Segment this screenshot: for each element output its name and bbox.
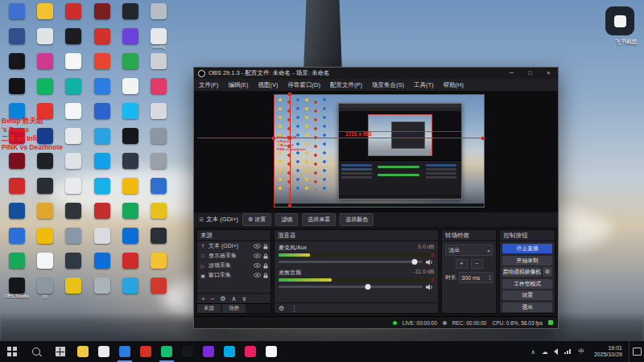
desktop-icon[interactable] bbox=[60, 128, 87, 153]
start-recording-button[interactable]: 开始录制 bbox=[502, 256, 552, 265]
mixer-footer-button[interactable]: ⚙ bbox=[279, 305, 284, 312]
source-row[interactable]: T 文本 (GDI+) bbox=[197, 241, 270, 251]
ime-indicator[interactable]: 中 bbox=[575, 341, 588, 362]
sources-toolbar-button[interactable]: ⚙ bbox=[220, 295, 225, 302]
desktop-icon[interactable]: config bbox=[146, 28, 172, 53]
desktop-icon[interactable] bbox=[117, 53, 143, 78]
menu-item[interactable]: 视图(V) bbox=[254, 81, 283, 89]
taskbar-app-button[interactable] bbox=[240, 341, 261, 362]
desktop-icon[interactable] bbox=[146, 103, 172, 128]
desktop-icon[interactable] bbox=[89, 278, 115, 302]
mixer-footer-button[interactable]: ⋮ bbox=[291, 305, 297, 312]
desktop-icon[interactable] bbox=[60, 28, 87, 53]
desktop-icon[interactable] bbox=[60, 278, 87, 302]
dock-tab[interactable]: 场景 bbox=[222, 304, 246, 313]
minimize-button[interactable]: ─ bbox=[502, 68, 521, 79]
desktop-icon[interactable] bbox=[31, 203, 58, 228]
desktop-icon[interactable]: OBS Studio bbox=[3, 278, 30, 302]
exit-button[interactable]: 退出 bbox=[502, 302, 552, 312]
desktop-icon[interactable] bbox=[3, 53, 30, 78]
desktop-icon[interactable] bbox=[117, 253, 143, 278]
desktop-icon[interactable] bbox=[89, 103, 115, 128]
volume-slider-knob[interactable] bbox=[411, 259, 417, 265]
spin-down-icon[interactable]: ▾ bbox=[489, 278, 490, 281]
search-button[interactable] bbox=[24, 341, 48, 362]
visibility-eye-icon[interactable] bbox=[254, 263, 261, 268]
desktop-icon[interactable] bbox=[146, 228, 172, 253]
desktop-icon[interactable] bbox=[89, 253, 115, 278]
desktop-icon[interactable] bbox=[3, 153, 30, 178]
desktop-icon[interactable] bbox=[60, 78, 87, 103]
visibility-eye-icon[interactable] bbox=[254, 244, 261, 249]
obs-titlebar[interactable]: OBS 29.1.3 - 配置文件: 未命名 - 场景: 未命名 ─ □ × bbox=[194, 68, 558, 79]
desktop-icon[interactable] bbox=[146, 178, 172, 203]
desktop-icon[interactable] bbox=[60, 228, 87, 253]
remove-transition-button[interactable]: − bbox=[471, 259, 483, 269]
transition-select[interactable]: 淡出 ▾ bbox=[445, 245, 493, 256]
stop-streaming-button[interactable]: 停止直播 bbox=[502, 244, 552, 253]
menu-item[interactable]: 帮助(H) bbox=[439, 81, 469, 89]
taskbar-app-button[interactable] bbox=[177, 341, 198, 362]
start-virtual-camera-button[interactable]: 启动虚拟摄像机 bbox=[502, 267, 541, 277]
desktop-icon[interactable] bbox=[31, 78, 58, 103]
desktop-icon[interactable] bbox=[146, 78, 172, 103]
studio-mode-button[interactable]: 工作室模式 bbox=[502, 279, 552, 289]
taskbar-app-button[interactable] bbox=[135, 341, 156, 362]
desktop-icon[interactable] bbox=[60, 253, 87, 278]
desktop-icon[interactable] bbox=[31, 228, 58, 253]
taskbar-app-button[interactable] bbox=[72, 341, 93, 362]
desktop-icon[interactable] bbox=[3, 78, 30, 103]
sources-toolbar-button[interactable]: − bbox=[211, 295, 215, 302]
selection-handle[interactable] bbox=[481, 137, 485, 140]
desktop-icon[interactable] bbox=[31, 153, 58, 178]
volume-icon[interactable] bbox=[551, 341, 561, 362]
maximize-button[interactable]: □ bbox=[521, 68, 539, 79]
menu-item[interactable]: 停靠窗口(D) bbox=[283, 81, 325, 89]
desktop-icon[interactable] bbox=[31, 53, 58, 78]
desktop-icon[interactable] bbox=[89, 203, 115, 228]
desktop-icon[interactable] bbox=[89, 53, 115, 78]
dock-tab[interactable]: 来源 bbox=[197, 304, 221, 313]
desktop-icon[interactable] bbox=[89, 3, 115, 28]
desktop-icon[interactable] bbox=[117, 203, 143, 228]
desktop-icon[interactable] bbox=[89, 228, 115, 253]
sources-toolbar-button[interactable]: ∧ bbox=[232, 295, 237, 302]
desktop-icon[interactable] bbox=[89, 153, 115, 178]
volume-slider[interactable] bbox=[279, 261, 423, 263]
desktop-icon[interactable] bbox=[146, 53, 172, 78]
desktop-icon[interactable] bbox=[89, 28, 115, 53]
taskbar-app-button[interactable] bbox=[114, 341, 135, 362]
taskbar-app-button[interactable] bbox=[156, 341, 177, 362]
desktop-icon[interactable] bbox=[3, 28, 30, 53]
tray-chevron-icon[interactable]: ∧ bbox=[527, 341, 539, 362]
taskbar-app-button[interactable] bbox=[93, 341, 114, 362]
selection-handle[interactable] bbox=[288, 204, 291, 208]
sources-toolbar-button[interactable]: + bbox=[201, 295, 205, 302]
desktop-icon[interactable] bbox=[117, 28, 143, 53]
network-icon[interactable] bbox=[561, 341, 575, 362]
desktop-icon[interactable] bbox=[3, 3, 30, 28]
virtual-camera-settings-icon[interactable]: ⚙ bbox=[543, 267, 552, 277]
desktop-icon[interactable] bbox=[60, 53, 87, 78]
visibility-eye-icon[interactable] bbox=[254, 253, 261, 258]
desktop-icon[interactable] bbox=[117, 228, 143, 253]
lock-icon[interactable] bbox=[263, 244, 268, 249]
desktop-icon[interactable] bbox=[146, 278, 172, 302]
desktop-icon[interactable] bbox=[60, 203, 87, 228]
desktop-icon[interactable] bbox=[31, 28, 58, 53]
close-button[interactable]: × bbox=[539, 68, 558, 79]
context-toolbar-button[interactable]: 选择颜色 bbox=[340, 213, 374, 226]
lock-icon[interactable] bbox=[263, 263, 268, 269]
context-toolbar-button[interactable]: 滤镜 bbox=[275, 213, 298, 226]
desktop-icon[interactable] bbox=[31, 253, 58, 278]
menu-item[interactable]: 配置文件(P) bbox=[325, 81, 367, 89]
desktop-icon[interactable] bbox=[117, 3, 143, 28]
lock-icon[interactable] bbox=[263, 273, 268, 278]
context-toolbar-button[interactable]: 选择屏幕 bbox=[302, 213, 336, 226]
desktop-icon[interactable] bbox=[89, 178, 115, 203]
menu-item[interactable]: 场景集合(S) bbox=[367, 81, 409, 89]
desktop-icon[interactable] bbox=[60, 3, 87, 28]
menu-item[interactable]: 工具(T) bbox=[409, 81, 439, 89]
task-view-button[interactable] bbox=[48, 341, 72, 362]
settings-button[interactable]: 设置 bbox=[502, 290, 552, 300]
